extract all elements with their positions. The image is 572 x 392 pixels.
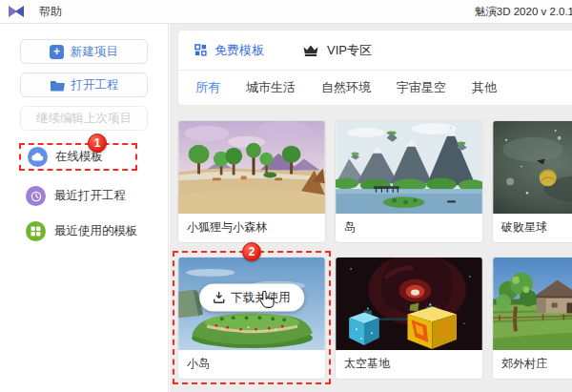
open-project-label: 打开工程: [72, 77, 119, 93]
recent-templates-item[interactable]: 最近使用的模板: [26, 221, 168, 241]
help-menu-item[interactable]: 帮助: [39, 4, 62, 20]
category-space[interactable]: 宇宙星空: [397, 79, 446, 96]
app-version: 魅演3D 2020 v 2.0.1: [475, 5, 572, 19]
template-card-village[interactable]: 郊外村庄: [492, 257, 572, 380]
template-thumbnail: [493, 258, 572, 350]
cursor-icon: [258, 290, 275, 309]
recent-projects-label: 最近打开工程: [54, 188, 126, 204]
template-card-fox-forest[interactable]: 小狐狸与小森林: [177, 120, 326, 243]
template-card-broken-planet[interactable]: 破败星球: [492, 120, 572, 243]
category-other[interactable]: 其他: [472, 79, 497, 96]
template-name: 岛: [336, 214, 482, 242]
grid-icon: [26, 221, 46, 241]
online-templates-item[interactable]: 1 在线模板: [19, 143, 137, 171]
template-name: 太空基地: [336, 350, 482, 379]
category-filter-row: 所有 城市生活 自然环境 宇宙星空 其他: [178, 71, 572, 105]
topbar: 帮助 魅演3D 2020 v 2.0.1: [0, 0, 572, 24]
new-project-label: 新建项目: [71, 44, 118, 60]
folder-icon: [50, 79, 65, 92]
main-content: 免费模板 VIP专区 所有 城市生活 自然环境 宇宙星空 其他: [170, 24, 572, 392]
continue-last-project-button[interactable]: 继续编辑上次项目: [20, 106, 148, 131]
template-slot: 小狐狸与小森林: [177, 120, 326, 243]
annotation-step-2-badge: 2: [242, 242, 261, 261]
template-thumbnail: 下载并使用: [178, 258, 325, 350]
template-slot: 2: [177, 257, 326, 380]
tab-vip-label: VIP专区: [327, 42, 372, 59]
template-name: 郊外村庄: [493, 350, 572, 379]
recent-projects-item[interactable]: 最近打开工程: [26, 186, 168, 206]
tab-free-templates[interactable]: 免费模板: [194, 42, 264, 59]
category-nature[interactable]: 自然环境: [321, 79, 371, 96]
template-slot: 太空基地: [335, 257, 483, 380]
annotation-step-1-badge: 1: [88, 134, 107, 153]
clock-icon: [26, 186, 46, 206]
template-name: 小狐狸与小森林: [178, 214, 325, 242]
crown-icon: [302, 44, 319, 57]
download-icon: [213, 292, 225, 304]
template-thumbnail: [178, 121, 325, 214]
category-all[interactable]: 所有: [195, 79, 220, 96]
template-grid: 小狐狸与小森林: [177, 120, 572, 380]
template-thumbnail: [336, 258, 482, 350]
template-thumbnail: [493, 121, 572, 214]
recent-templates-label: 最近使用的模板: [54, 223, 138, 239]
template-name: 小岛: [178, 350, 325, 379]
template-thumbnail: [336, 121, 482, 214]
template-slot: 郊外村庄: [492, 257, 572, 380]
templates-header-panel: 免费模板 VIP专区 所有 城市生活 自然环境 宇宙星空 其他: [177, 30, 572, 106]
app-logo-icon: [9, 6, 24, 17]
template-card-small-island[interactable]: 下载并使用 小岛: [177, 257, 326, 380]
new-project-button[interactable]: 新建项目: [20, 39, 148, 64]
cloud-icon: [28, 147, 48, 167]
tabs-row: 免费模板 VIP专区: [178, 31, 572, 70]
sidebar: 新建项目 打开工程 继续编辑上次项目 1 在线模板 最近打开工程 最近使用的模板: [0, 24, 169, 392]
template-card-space-base[interactable]: 太空基地: [335, 257, 483, 380]
tab-vip-zone[interactable]: VIP专区: [302, 42, 372, 59]
open-project-button[interactable]: 打开工程: [20, 72, 148, 97]
template-slot: 破败星球: [492, 120, 572, 243]
plus-icon: [50, 45, 64, 59]
apps-icon: [194, 44, 207, 56]
tab-free-label: 免费模板: [214, 42, 264, 59]
download-use-button[interactable]: 下载并使用: [199, 284, 304, 312]
template-card-island[interactable]: 岛: [335, 120, 483, 243]
category-city-life[interactable]: 城市生活: [246, 79, 296, 96]
template-name: 破败星球: [493, 214, 572, 242]
continue-last-label: 继续编辑上次项目: [36, 111, 132, 127]
template-slot: 岛: [335, 120, 483, 243]
